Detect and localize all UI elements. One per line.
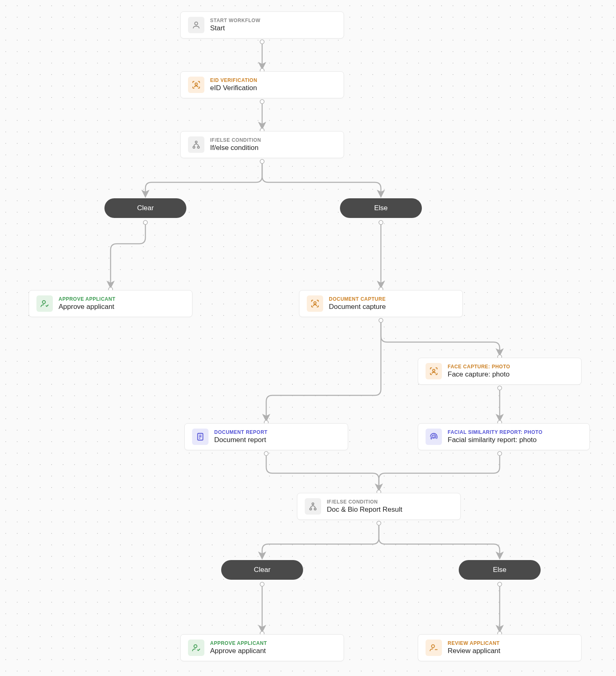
scan-face-icon [188,77,204,93]
pill-else-1[interactable]: Else [340,198,422,218]
node-label: START WORKFLOW [210,18,260,23]
svg-point-33 [43,301,45,304]
svg-point-30 [195,141,197,143]
user-icon [188,17,204,33]
node-document-report[interactable]: DOCUMENT REPORT Document report [184,423,348,450]
svg-point-6 [260,40,264,44]
node-label: DOCUMENT REPORT [214,429,267,435]
svg-point-35 [433,369,435,372]
node-title: Face capture: photo [448,370,510,379]
pill-clear-2[interactable]: Clear [221,560,303,580]
scan-face-icon [307,295,323,312]
node-document-capture[interactable]: DOCUMENT CAPTURE Document capture [299,290,463,317]
node-review-applicant[interactable]: REVIEW APPLICANT Review applicant [418,634,582,661]
svg-point-15 [379,318,383,322]
node-label: APPROVE APPLICANT [59,296,116,302]
node-label: IF/ELSE CONDITION [210,137,261,143]
node-title: Start [210,24,260,32]
node-label: REVIEW APPLICANT [448,640,500,646]
node-eid-verification[interactable]: EID VERIFICATION eID Verification [180,71,344,98]
svg-point-21 [498,451,502,456]
node-approve-1[interactable]: APPROVE APPLICANT Approve applicant [29,290,192,317]
node-title: Approve applicant [210,647,267,655]
node-facial-similarity-report[interactable]: FACIAL SIMILARITY REPORT: PHOTO Facial s… [418,423,590,450]
node-title: Document capture [329,303,386,311]
node-title: Approve applicant [59,303,116,311]
svg-point-37 [312,503,314,505]
user-minus-icon [426,640,442,656]
node-label: DOCUMENT CAPTURE [329,296,386,302]
node-start[interactable]: START WORKFLOW Start [180,11,344,39]
pill-else-2[interactable]: Else [459,560,541,580]
svg-point-32 [197,146,199,148]
user-check-icon [36,295,53,312]
svg-point-31 [193,146,195,148]
node-title: Doc & Bio Report Result [327,506,402,514]
svg-point-23 [377,521,381,525]
node-label: IF/ELSE CONDITION [327,499,402,505]
document-icon [192,429,208,445]
svg-point-10 [260,159,264,163]
svg-point-34 [314,302,316,304]
svg-point-24 [260,582,264,586]
svg-point-29 [195,83,197,85]
node-title: eID Verification [210,84,257,92]
node-approve-2[interactable]: APPROVE APPLICANT Approve applicant [180,634,344,661]
node-title: Document report [214,436,267,444]
svg-point-25 [498,582,502,586]
pill-clear-1[interactable]: Clear [104,198,186,218]
node-title: Review applicant [448,647,500,655]
svg-point-17 [498,386,502,390]
svg-point-38 [310,508,312,510]
svg-point-41 [432,645,435,648]
svg-point-40 [194,645,197,648]
node-label: FACIAL SIMILARITY REPORT: PHOTO [448,429,543,435]
svg-point-28 [195,22,197,25]
branch-icon [305,498,321,515]
branch-icon [188,136,204,153]
node-ifelse-1[interactable]: IF/ELSE CONDITION If/else condition [180,131,344,158]
svg-point-12 [379,220,383,225]
node-label: EID VERIFICATION [210,77,257,83]
fingerprint-icon [426,429,442,445]
node-face-capture[interactable]: FACE CAPTURE: PHOTO Face capture: photo [418,358,582,385]
node-label: FACE CAPTURE: PHOTO [448,364,510,370]
node-title: Facial similarity report: photo [448,436,543,444]
node-title: If/else condition [210,144,261,152]
svg-point-8 [260,100,264,104]
svg-point-20 [264,451,268,456]
scan-face-icon [426,363,442,379]
svg-point-39 [314,508,316,510]
user-check-icon [188,640,204,656]
node-label: APPROVE APPLICANT [210,640,267,646]
svg-point-11 [143,220,147,225]
node-ifelse-2[interactable]: IF/ELSE CONDITION Doc & Bio Report Resul… [297,493,461,520]
